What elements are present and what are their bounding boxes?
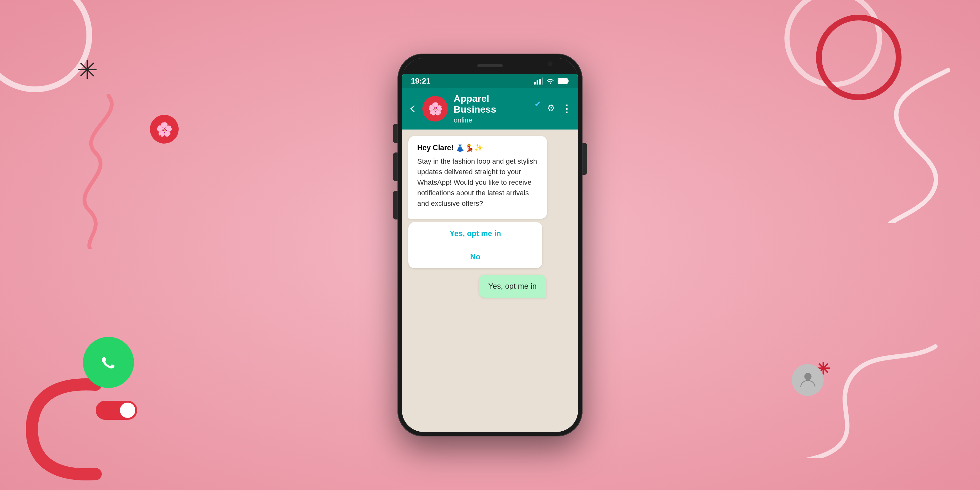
incoming-message: Hey Clare! 👗💃✨ Stay in the fashion loop … bbox=[408, 136, 547, 219]
phone-volume-down-button bbox=[393, 191, 398, 220]
phone-notch bbox=[461, 60, 519, 72]
chat-status: online bbox=[453, 116, 541, 124]
chat-name-row: Apparel Business ✔ bbox=[453, 93, 541, 115]
deco-circle-top-right bbox=[782, 0, 884, 89]
back-icon[interactable] bbox=[408, 105, 417, 113]
svg-point-3 bbox=[804, 373, 811, 380]
svg-rect-9 bbox=[568, 80, 569, 82]
float-flower-avatar: 🌸 bbox=[150, 115, 179, 143]
wifi-icon bbox=[546, 78, 554, 84]
phone-device: 19:21 bbox=[398, 54, 582, 436]
chat-header: 🌸 Apparel Business ✔ online ⚙ ⋮ bbox=[402, 88, 578, 129]
toggle-switch[interactable] bbox=[96, 401, 137, 420]
battery-icon bbox=[558, 78, 569, 84]
squiggle-left bbox=[45, 89, 172, 249]
svg-point-0 bbox=[0, 0, 89, 89]
outgoing-message-row: Yes, opt me in bbox=[408, 275, 572, 298]
svg-point-1 bbox=[787, 0, 880, 84]
user-avatar bbox=[792, 364, 824, 396]
whatsapp-icon-bubble bbox=[83, 337, 134, 388]
status-time: 19:21 bbox=[411, 76, 430, 86]
deco-red-c bbox=[25, 375, 108, 484]
svg-point-2 bbox=[819, 18, 899, 97]
chat-actions: ⚙ ⋮ bbox=[547, 103, 572, 115]
toggle-knob bbox=[120, 402, 135, 418]
phone-power-button bbox=[582, 143, 587, 175]
svg-rect-6 bbox=[539, 79, 541, 84]
status-bar: 19:21 bbox=[402, 74, 578, 88]
message-greeting: Hey Clare! 👗💃✨ bbox=[417, 143, 538, 152]
svg-rect-4 bbox=[534, 82, 536, 84]
more-options-icon[interactable]: ⋮ bbox=[562, 103, 572, 115]
deco-red-circle bbox=[814, 13, 904, 102]
chat-avatar: 🌸 bbox=[422, 96, 448, 121]
svg-rect-7 bbox=[542, 78, 543, 84]
yes-opt-in-button[interactable]: Yes, opt me in bbox=[408, 222, 542, 245]
squiggle-right-top bbox=[763, 64, 955, 223]
svg-rect-10 bbox=[558, 79, 567, 83]
no-button[interactable]: No bbox=[408, 245, 542, 268]
phone-mute-button bbox=[393, 124, 398, 143]
message-body: Stay in the fashion loop and get stylish… bbox=[417, 156, 538, 208]
chat-info: Apparel Business ✔ online bbox=[453, 93, 541, 124]
phone-notch-area bbox=[402, 58, 578, 74]
chat-body: Hey Clare! 👗💃✨ Stay in the fashion loop … bbox=[402, 129, 578, 432]
asterisk-decoration-tl: ✳ bbox=[76, 57, 98, 83]
squiggle-right-bottom bbox=[718, 331, 942, 458]
settings-icon[interactable]: ⚙ bbox=[547, 103, 555, 115]
signal-icon bbox=[534, 78, 543, 84]
svg-rect-5 bbox=[536, 80, 538, 84]
verified-icon: ✔ bbox=[535, 99, 541, 109]
chat-name: Apparel Business bbox=[453, 93, 531, 115]
quick-replies: Yes, opt me in No bbox=[408, 222, 542, 268]
phone-volume-up-button bbox=[393, 153, 398, 181]
outgoing-message: Yes, opt me in bbox=[479, 275, 546, 298]
status-icons bbox=[534, 78, 569, 84]
